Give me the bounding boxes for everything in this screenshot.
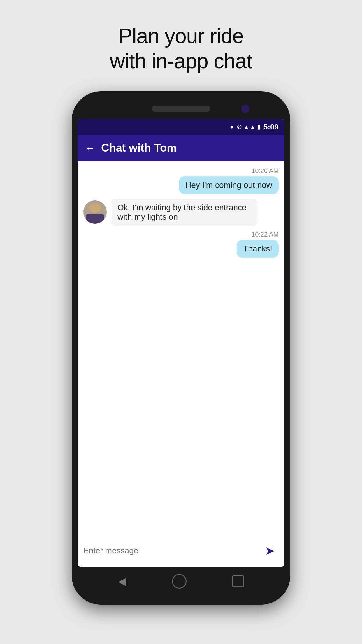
back-button[interactable]: ←	[85, 142, 95, 154]
front-camera	[241, 105, 249, 113]
outgoing-bubble: Thanks!	[237, 240, 279, 258]
outgoing-bubble: Hey I'm coming out now	[179, 176, 279, 194]
status-icons: ● ⊘ ▴ ▴ ▮ 5:09	[230, 123, 279, 132]
message-input[interactable]	[83, 544, 257, 558]
phone-bottom-hardware: ◀	[78, 567, 284, 596]
message-row: Ok, I'm waiting by the side entrance wit…	[83, 199, 279, 226]
message-timestamp: 10:22 AM	[252, 231, 279, 238]
send-icon: ➤	[265, 544, 275, 557]
app-header: ← Chat with Tom	[78, 135, 284, 161]
signal-icon: ▴	[251, 123, 254, 131]
speaker-grille	[152, 106, 210, 112]
phone-mockup: ● ⊘ ▴ ▴ ▮ 5:09 ← Chat with Tom 10:20 AM …	[72, 91, 290, 605]
phone-screen: ● ⊘ ▴ ▴ ▮ 5:09 ← Chat with Tom 10:20 AM …	[78, 119, 284, 567]
chat-area: 10:20 AM Hey I'm coming out now Ok, I'm …	[78, 161, 284, 535]
battery-icon: ▮	[257, 123, 261, 131]
recents-hardware-button[interactable]	[232, 575, 244, 587]
wifi-icon: ▴	[245, 123, 248, 131]
mute-icon: ⊘	[237, 123, 242, 131]
input-area: ➤	[78, 535, 284, 567]
send-button[interactable]: ➤	[261, 542, 279, 559]
chat-title: Chat with Tom	[101, 142, 177, 154]
message-row: 10:22 AM Thanks!	[83, 231, 279, 258]
phone-top-hardware	[78, 100, 284, 118]
page-title: Plan your ride with in-app chat	[110, 23, 252, 74]
location-icon: ●	[230, 123, 234, 131]
incoming-bubble: Ok, I'm waiting by the side entrance wit…	[111, 199, 257, 226]
message-row: 10:20 AM Hey I'm coming out now	[83, 167, 279, 194]
message-timestamp: 10:20 AM	[252, 167, 279, 175]
back-hardware-button[interactable]: ◀	[118, 575, 126, 587]
status-bar: ● ⊘ ▴ ▴ ▮ 5:09	[78, 119, 284, 135]
avatar	[83, 200, 107, 224]
home-hardware-button[interactable]	[172, 574, 187, 589]
status-time: 5:09	[263, 123, 279, 132]
